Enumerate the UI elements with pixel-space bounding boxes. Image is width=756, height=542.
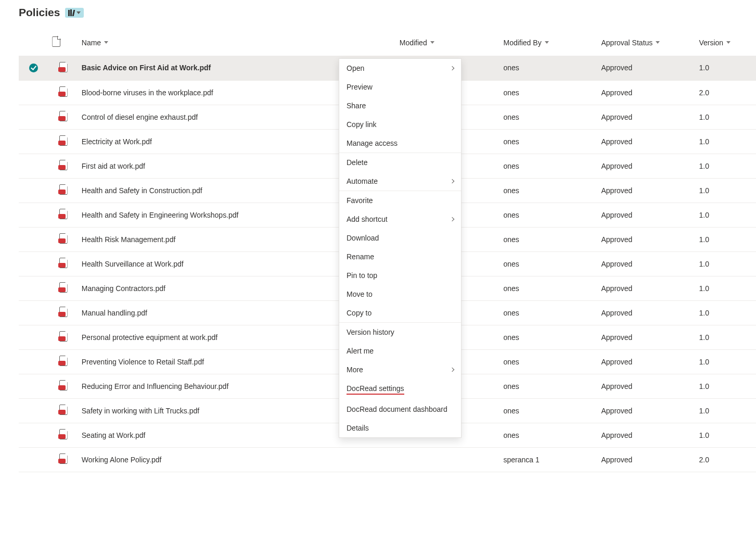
file-name[interactable]: Managing Contractors.pdf <box>82 284 165 293</box>
table-row[interactable]: Working Alone Policy.pdf···speranca 1App… <box>19 447 756 472</box>
approval-status-cell: Approved <box>597 227 695 251</box>
library-icon <box>68 9 74 16</box>
version-cell: 1.0 <box>695 227 756 251</box>
version-cell: 1.0 <box>695 276 756 300</box>
modified-by-cell[interactable]: speranca 1 <box>499 447 597 472</box>
version-cell: 2.0 <box>695 80 756 105</box>
menu-item-label: Pin to top <box>347 271 377 280</box>
menu-item-docread-document-dashboard[interactable]: DocRead document dashboard <box>339 400 461 419</box>
menu-item-details[interactable]: Details <box>339 419 461 437</box>
file-name[interactable]: Reducing Error and Influencing Behaviour… <box>82 382 229 390</box>
approval-status-cell: Approved <box>597 325 695 349</box>
menu-item-label: Move to <box>347 290 373 298</box>
modified-by-cell[interactable]: ones <box>499 203 597 227</box>
menu-item-label: More <box>347 365 363 374</box>
file-name[interactable]: Basic Advice on First Aid at Work.pdf <box>82 64 211 72</box>
modified-by-cell[interactable]: ones <box>499 56 597 80</box>
file-name[interactable]: Seating at Work.pdf <box>82 431 146 439</box>
menu-item-label: Share <box>347 102 366 110</box>
menu-item-label: DocRead settings <box>347 384 404 395</box>
menu-item-pin-to-top[interactable]: Pin to top <box>339 266 461 285</box>
approval-status-cell: Approved <box>597 203 695 227</box>
file-name[interactable]: Personal protective equipment at work.pd… <box>82 333 217 342</box>
modified-by-cell[interactable]: ones <box>499 178 597 203</box>
menu-item-preview[interactable]: Preview <box>339 78 461 96</box>
menu-item-version-history[interactable]: Version history <box>339 323 461 342</box>
pdf-icon <box>58 282 68 293</box>
pdf-icon <box>58 233 68 244</box>
menu-item-copy-to[interactable]: Copy to <box>339 304 461 322</box>
menu-item-label: Rename <box>347 253 374 261</box>
column-approval-status[interactable]: Approval Status <box>601 39 660 47</box>
menu-item-label: Alert me <box>347 347 374 355</box>
view-switcher[interactable] <box>65 8 84 18</box>
modified-by-cell[interactable]: ones <box>499 349 597 374</box>
approval-status-cell: Approved <box>597 129 695 154</box>
chevron-down-icon <box>76 11 81 14</box>
pdf-icon <box>58 62 68 72</box>
version-cell: 1.0 <box>695 423 756 447</box>
file-name[interactable]: Health and Safety in Engineering Worksho… <box>82 211 239 219</box>
file-name[interactable]: Health Risk Management.pdf <box>82 235 176 244</box>
menu-item-favorite[interactable]: Favorite <box>339 191 461 210</box>
menu-item-label: Details <box>347 424 369 432</box>
column-version[interactable]: Version <box>699 39 731 47</box>
modified-by-cell[interactable]: ones <box>499 154 597 178</box>
version-cell: 2.0 <box>695 447 756 472</box>
file-name[interactable]: Control of diesel engine exhaust.pdf <box>82 113 198 121</box>
file-name[interactable]: Working Alone Policy.pdf <box>82 456 162 464</box>
modified-by-cell[interactable]: ones <box>499 129 597 154</box>
menu-item-label: Preview <box>347 83 373 91</box>
pdf-icon <box>58 209 68 219</box>
menu-item-docread-settings[interactable]: DocRead settings <box>339 379 461 400</box>
menu-item-alert-me[interactable]: Alert me <box>339 342 461 360</box>
menu-item-move-to[interactable]: Move to <box>339 285 461 304</box>
approval-status-cell: Approved <box>597 300 695 325</box>
file-name[interactable]: Safety in working with Lift Trucks.pdf <box>82 407 199 415</box>
file-name[interactable]: First aid at work.pdf <box>82 162 145 170</box>
modified-cell <box>395 447 499 472</box>
menu-item-share[interactable]: Share <box>339 96 461 115</box>
menu-item-manage-access[interactable]: Manage access <box>339 134 461 153</box>
version-cell: 1.0 <box>695 105 756 129</box>
modified-by-cell[interactable]: ones <box>499 227 597 251</box>
context-menu: OpenPreviewShareCopy linkManage accessDe… <box>339 58 462 438</box>
modified-by-cell[interactable]: ones <box>499 105 597 129</box>
menu-item-open[interactable]: Open <box>339 59 461 78</box>
modified-by-cell[interactable]: ones <box>499 325 597 349</box>
chevron-right-icon <box>450 368 454 372</box>
approval-status-cell: Approved <box>597 349 695 374</box>
file-name[interactable]: Blood-borne viruses in the workplace.pdf <box>82 89 213 97</box>
checkmark-icon[interactable] <box>29 64 38 72</box>
file-name[interactable]: Manual handling.pdf <box>82 309 147 317</box>
menu-item-automate[interactable]: Automate <box>339 172 461 191</box>
modified-by-cell[interactable]: ones <box>499 80 597 105</box>
menu-item-copy-link[interactable]: Copy link <box>339 115 461 134</box>
modified-by-cell[interactable]: ones <box>499 423 597 447</box>
approval-status-cell: Approved <box>597 251 695 276</box>
menu-item-download[interactable]: Download <box>339 229 461 247</box>
menu-item-label: Add shortcut <box>347 215 388 223</box>
file-name[interactable]: Health and Safety in Construction.pdf <box>82 186 202 195</box>
menu-item-label: Download <box>347 234 379 242</box>
file-name[interactable]: Health Surveillance at Work.pdf <box>82 260 184 268</box>
menu-item-rename[interactable]: Rename <box>339 247 461 266</box>
modified-by-cell[interactable]: ones <box>499 374 597 398</box>
file-name[interactable]: Electricity at Work.pdf <box>82 137 152 146</box>
file-name[interactable]: Preventing Violence to Retail Staff.pdf <box>82 358 204 366</box>
column-modified[interactable]: Modified <box>400 39 434 47</box>
modified-by-cell[interactable]: ones <box>499 300 597 325</box>
column-modified-by[interactable]: Modified By <box>503 39 548 47</box>
modified-by-cell[interactable]: ones <box>499 251 597 276</box>
version-cell: 1.0 <box>695 374 756 398</box>
modified-by-cell[interactable]: ones <box>499 276 597 300</box>
menu-item-more[interactable]: More <box>339 360 461 379</box>
menu-item-delete[interactable]: Delete <box>339 153 461 172</box>
menu-item-add-shortcut[interactable]: Add shortcut <box>339 210 461 229</box>
chevron-down-icon <box>545 41 549 44</box>
modified-by-cell[interactable]: ones <box>499 398 597 423</box>
column-modified-label: Modified <box>400 39 427 47</box>
column-type[interactable] <box>48 31 77 56</box>
column-name[interactable]: Name <box>82 39 108 47</box>
approval-status-cell: Approved <box>597 398 695 423</box>
